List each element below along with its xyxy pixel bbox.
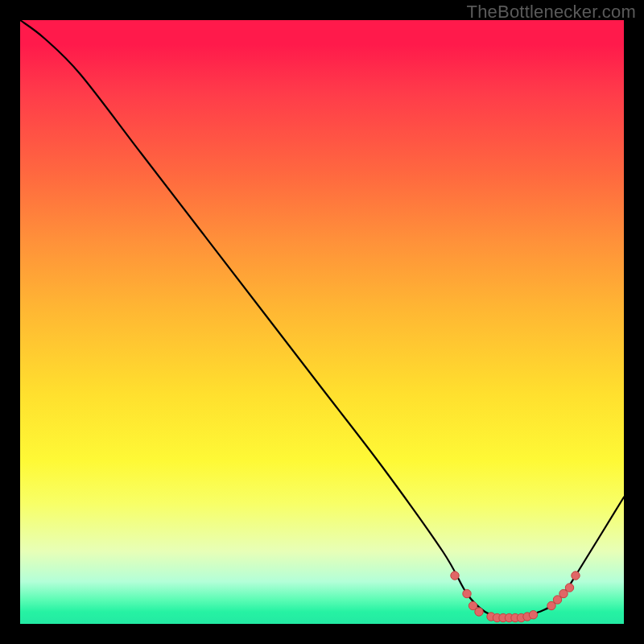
chart-frame: TheBottlenecker.com [0,0,644,644]
data-marker [475,608,483,616]
data-marker [451,572,459,580]
data-marker [529,611,537,619]
chart-svg [20,20,624,624]
plot-area [20,20,624,624]
markers-group [451,572,580,622]
data-marker [565,584,573,592]
data-marker [572,572,580,580]
data-marker [463,589,471,597]
watermark-text: TheBottlenecker.com [467,2,636,23]
line-curve [20,20,624,618]
